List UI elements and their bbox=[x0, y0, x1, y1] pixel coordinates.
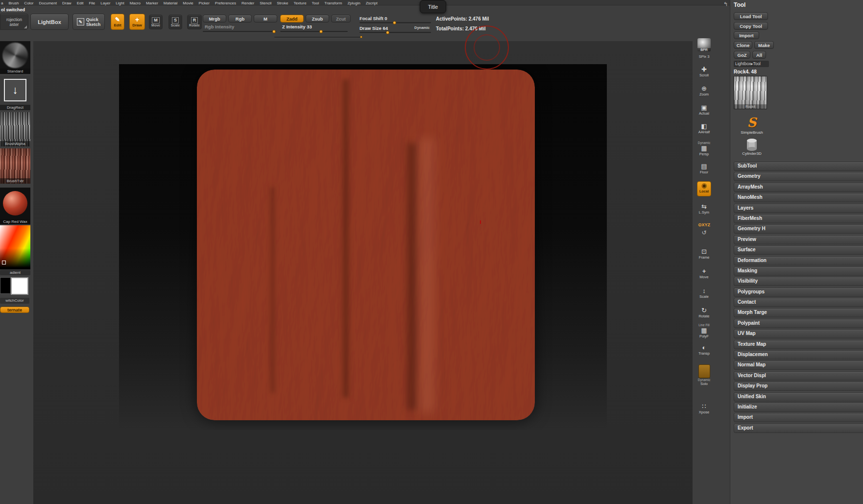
rail-item-scale[interactable]: ↕ Scale bbox=[696, 287, 712, 299]
color-picker[interactable] bbox=[0, 225, 30, 269]
tool-section[interactable]: SubTool bbox=[734, 162, 863, 171]
menu-item[interactable]: Edit bbox=[77, 1, 84, 5]
tool-section[interactable]: Visibility bbox=[734, 277, 863, 286]
tool-section[interactable]: Export bbox=[734, 424, 863, 433]
menu-item[interactable]: Movie bbox=[183, 1, 193, 5]
tool-section[interactable]: Displacemen bbox=[734, 350, 863, 360]
rail-item-solo[interactable]: Dynamic Solo bbox=[696, 364, 712, 386]
edit-button[interactable]: ✎ Edit bbox=[111, 14, 124, 30]
rail-item-persp[interactable]: Dynamic ▦ Persp bbox=[696, 141, 712, 156]
tool-section[interactable]: Import bbox=[734, 413, 863, 422]
draw-size-slider[interactable] bbox=[360, 32, 431, 33]
tool-section[interactable]: Masking bbox=[734, 266, 863, 276]
menu-item[interactable]: Preferences bbox=[215, 1, 236, 5]
menu-item[interactable]: Layer bbox=[100, 1, 110, 5]
texture-thumbnail[interactable]: BrushTxtr bbox=[0, 148, 30, 184]
m-button[interactable]: M bbox=[254, 15, 277, 23]
menu-item[interactable]: Zplugin bbox=[347, 1, 360, 5]
menu-item[interactable]: Transform bbox=[324, 1, 342, 5]
menu-item[interactable]: Stroke bbox=[277, 1, 288, 5]
goz-button[interactable]: GoZ bbox=[734, 51, 750, 59]
rail-item-polyf[interactable]: Line Fill ▦ PolyF bbox=[696, 323, 712, 338]
tool-section[interactable]: Contact bbox=[734, 298, 863, 307]
copy-tool-button[interactable]: Copy Tool bbox=[734, 22, 768, 30]
sculpt-mesh[interactable] bbox=[197, 70, 535, 420]
rail-item-aahalf[interactable]: ◧ AAHalf bbox=[696, 122, 712, 134]
stroke-thumbnail[interactable]: ↓ DragRect bbox=[0, 76, 30, 110]
tool-section[interactable]: ArrayMesh bbox=[734, 183, 863, 192]
tool-section[interactable]: UV Map bbox=[734, 329, 863, 338]
scale-button[interactable]: S Scale bbox=[168, 15, 182, 29]
tool-section[interactable]: Texture Map bbox=[734, 340, 863, 349]
dynamic-mode-label[interactable]: Dynamic bbox=[414, 25, 430, 30]
load-tool-button[interactable]: Load Tool bbox=[734, 12, 768, 20]
doc-position-track[interactable] bbox=[274, 37, 362, 38]
tool-section[interactable]: NanoMesh bbox=[734, 193, 863, 202]
menu-item[interactable]: Document bbox=[39, 1, 56, 5]
rail-item-frame[interactable]: ⊡ Frame bbox=[696, 248, 712, 260]
menu-item[interactable]: Light bbox=[116, 1, 124, 5]
rail-item-xyz[interactable]: ⊙XYZ bbox=[696, 219, 712, 228]
tool-section[interactable]: Layers bbox=[734, 204, 863, 213]
rail-item-xpose[interactable]: ∷ Xpose bbox=[696, 403, 712, 414]
rail-item-lsym[interactable]: ⇆ L.Sym bbox=[696, 203, 712, 215]
tool-section[interactable]: Surface bbox=[734, 245, 863, 255]
tool-section[interactable]: Vector Displ bbox=[734, 371, 863, 381]
menu-item[interactable]: File bbox=[89, 1, 95, 5]
rail-item-local[interactable]: ◉ Local bbox=[696, 181, 712, 196]
menu-item[interactable]: Marker bbox=[146, 1, 158, 5]
rotate-view-button[interactable]: ↺ bbox=[696, 229, 712, 237]
tool-section[interactable]: Display Prop bbox=[734, 382, 863, 391]
rail-item-floor[interactable]: ▤ Floor bbox=[696, 163, 712, 174]
menu-item[interactable]: Tool bbox=[312, 1, 319, 5]
move-button[interactable]: M Move bbox=[149, 15, 163, 29]
tool-section[interactable]: Unified Skin bbox=[734, 392, 863, 402]
menu-item[interactable]: Draw bbox=[62, 1, 72, 5]
tool-section[interactable]: Morph Targe bbox=[734, 308, 863, 317]
menu-item[interactable]: Brush bbox=[8, 1, 19, 5]
rotate-button[interactable]: R Rotate bbox=[187, 15, 202, 29]
focal-shift-handle[interactable] bbox=[393, 21, 396, 24]
menu-item[interactable]: Macro bbox=[130, 1, 141, 5]
panel-back-icon[interactable]: ↰ bbox=[723, 1, 728, 7]
cylinder3d-icon[interactable] bbox=[746, 138, 758, 151]
rgb-button[interactable]: Rgb bbox=[228, 15, 252, 23]
zcut-button[interactable]: Zcut bbox=[331, 15, 351, 23]
lightbox-button[interactable]: LightBox bbox=[30, 14, 69, 30]
switch-color-button[interactable]: witchColor bbox=[0, 298, 29, 304]
rail-item-rotate[interactable]: ↻ Rotate bbox=[696, 307, 712, 318]
spix-slider[interactable]: SPix 3 bbox=[696, 54, 712, 59]
tool-section[interactable]: FiberMesh bbox=[734, 214, 863, 223]
rail-item-transp[interactable]: ◐ Transp bbox=[696, 344, 712, 356]
document-canvas[interactable] bbox=[119, 64, 607, 430]
make-polymesh-button[interactable]: Make bbox=[754, 41, 774, 49]
menu-item[interactable]: Render bbox=[241, 1, 254, 5]
menu-item[interactable]: Zscript bbox=[366, 1, 378, 5]
alpha-thumbnail[interactable]: BrushAlpha bbox=[0, 112, 30, 146]
menu-item[interactable]: Material bbox=[164, 1, 177, 5]
projection-master-button[interactable]: rojection aster bbox=[0, 14, 28, 30]
active-tool-thumbnail[interactable]: Rock4 bbox=[734, 76, 767, 109]
tool-section[interactable]: Geometry bbox=[734, 172, 863, 181]
z-intensity-handle[interactable] bbox=[319, 30, 323, 33]
tool-section[interactable]: Deformation bbox=[734, 256, 863, 265]
draw-button[interactable]: + Draw bbox=[129, 14, 145, 30]
lightbox-tool-button[interactable]: Lightbox▸Tool bbox=[734, 61, 769, 67]
simplebrush-s-icon[interactable]: S bbox=[744, 116, 759, 129]
brush-thumbnail[interactable]: Standard bbox=[0, 41, 30, 74]
tool-section[interactable]: Preview bbox=[734, 235, 863, 244]
rgb-intensity-handle[interactable] bbox=[272, 30, 276, 33]
import-tool-button[interactable]: Import bbox=[734, 31, 759, 39]
main-color-swatch[interactable] bbox=[11, 277, 28, 295]
goz-all-button[interactable]: All bbox=[752, 51, 766, 59]
zadd-button[interactable]: Zadd bbox=[280, 15, 304, 23]
gradient-button[interactable]: adient bbox=[0, 270, 30, 275]
menu-item[interactable]: a bbox=[1, 1, 3, 5]
material-thumbnail[interactable]: Cap Red Wax bbox=[0, 188, 30, 224]
menu-item[interactable]: Texture bbox=[293, 1, 306, 5]
clone-button[interactable]: Clone bbox=[734, 41, 752, 49]
rail-item-actual[interactable]: ▣ Actual bbox=[696, 104, 712, 116]
alternate-button[interactable]: ternate bbox=[0, 307, 29, 313]
menu-item[interactable]: Picker bbox=[199, 1, 210, 5]
tool-section[interactable]: Geometry H bbox=[734, 224, 863, 234]
